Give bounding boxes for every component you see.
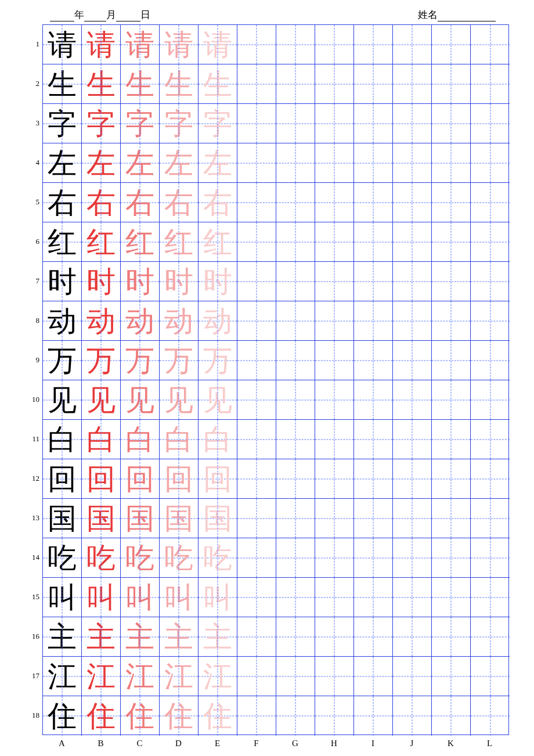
grid-cell[interactable]: [315, 538, 354, 578]
grid-cell[interactable]: [315, 262, 354, 301]
grid-cell[interactable]: [471, 64, 510, 104]
grid-cell[interactable]: [315, 578, 354, 617]
grid-cell[interactable]: [276, 657, 315, 696]
grid-cell[interactable]: [471, 499, 510, 538]
grid-cell[interactable]: [432, 104, 471, 143]
grid-cell[interactable]: [471, 341, 510, 380]
day-blank[interactable]: [116, 12, 140, 21]
grid-cell[interactable]: [276, 459, 315, 499]
grid-cell[interactable]: [432, 696, 471, 736]
grid-cell[interactable]: [432, 183, 471, 222]
grid-cell[interactable]: [237, 499, 276, 538]
grid-cell[interactable]: [393, 341, 432, 380]
grid-cell[interactable]: [393, 143, 432, 183]
grid-cell[interactable]: [276, 578, 315, 617]
grid-cell[interactable]: [315, 104, 354, 143]
grid-cell[interactable]: [354, 499, 393, 538]
grid-cell[interactable]: [354, 64, 393, 104]
grid-cell[interactable]: [393, 222, 432, 262]
grid-cell[interactable]: [276, 617, 315, 657]
grid-cell[interactable]: [237, 25, 276, 64]
grid-cell[interactable]: [237, 222, 276, 262]
grid-cell[interactable]: [276, 262, 315, 301]
grid-cell[interactable]: [471, 222, 510, 262]
grid-cell[interactable]: [393, 459, 432, 499]
grid-cell[interactable]: [237, 538, 276, 578]
grid-cell[interactable]: [354, 183, 393, 222]
grid-cell[interactable]: [471, 696, 510, 736]
grid-cell[interactable]: [237, 578, 276, 617]
grid-cell[interactable]: [276, 64, 315, 104]
grid-cell[interactable]: [354, 696, 393, 736]
grid-cell[interactable]: [237, 617, 276, 657]
grid-cell[interactable]: [471, 538, 510, 578]
grid-cell[interactable]: [276, 183, 315, 222]
grid-cell[interactable]: [237, 262, 276, 301]
grid-cell[interactable]: [393, 104, 432, 143]
grid-cell[interactable]: [315, 380, 354, 420]
grid-cell[interactable]: [393, 262, 432, 301]
grid-cell[interactable]: [432, 499, 471, 538]
grid-cell[interactable]: [432, 64, 471, 104]
grid-cell[interactable]: [354, 380, 393, 420]
grid-cell[interactable]: [393, 578, 432, 617]
grid-cell[interactable]: [354, 538, 393, 578]
grid-cell[interactable]: [393, 617, 432, 657]
grid-cell[interactable]: [393, 183, 432, 222]
grid-cell[interactable]: [237, 183, 276, 222]
grid-cell[interactable]: [276, 341, 315, 380]
grid-cell[interactable]: [393, 301, 432, 341]
grid-cell[interactable]: [315, 143, 354, 183]
grid-cell[interactable]: [471, 25, 510, 64]
grid-cell[interactable]: [354, 25, 393, 64]
grid-cell[interactable]: [471, 617, 510, 657]
grid-cell[interactable]: [432, 538, 471, 578]
grid-cell[interactable]: [393, 499, 432, 538]
grid-cell[interactable]: [315, 64, 354, 104]
grid-cell[interactable]: [315, 222, 354, 262]
grid-cell[interactable]: [393, 538, 432, 578]
grid-cell[interactable]: [276, 222, 315, 262]
grid-cell[interactable]: [276, 420, 315, 459]
grid-cell[interactable]: [471, 380, 510, 420]
grid-cell[interactable]: [315, 25, 354, 64]
grid-cell[interactable]: [276, 301, 315, 341]
grid-cell[interactable]: [471, 262, 510, 301]
grid-cell[interactable]: [432, 657, 471, 696]
year-blank[interactable]: [50, 12, 74, 21]
grid-cell[interactable]: [354, 143, 393, 183]
grid-cell[interactable]: [237, 459, 276, 499]
grid-cell[interactable]: [315, 459, 354, 499]
grid-cell[interactable]: [432, 380, 471, 420]
grid-cell[interactable]: [237, 657, 276, 696]
grid-cell[interactable]: [354, 104, 393, 143]
grid-cell[interactable]: [432, 262, 471, 301]
grid-cell[interactable]: [354, 459, 393, 499]
grid-cell[interactable]: [276, 25, 315, 64]
grid-cell[interactable]: [315, 341, 354, 380]
grid-cell[interactable]: [315, 499, 354, 538]
grid-cell[interactable]: [471, 459, 510, 499]
grid-cell[interactable]: [432, 143, 471, 183]
grid-cell[interactable]: [237, 301, 276, 341]
month-blank[interactable]: [84, 12, 106, 21]
grid-cell[interactable]: [237, 143, 276, 183]
grid-cell[interactable]: [432, 420, 471, 459]
grid-cell[interactable]: [237, 696, 276, 736]
grid-cell[interactable]: [354, 222, 393, 262]
grid-cell[interactable]: [354, 617, 393, 657]
grid-cell[interactable]: [471, 301, 510, 341]
grid-cell[interactable]: [315, 617, 354, 657]
grid-cell[interactable]: [471, 104, 510, 143]
grid-cell[interactable]: [354, 301, 393, 341]
grid-cell[interactable]: [432, 222, 471, 262]
grid-cell[interactable]: [315, 301, 354, 341]
grid-cell[interactable]: [393, 380, 432, 420]
grid-cell[interactable]: [432, 617, 471, 657]
grid-cell[interactable]: [393, 25, 432, 64]
grid-cell[interactable]: [471, 420, 510, 459]
grid-cell[interactable]: [354, 420, 393, 459]
grid-cell[interactable]: [237, 104, 276, 143]
grid-cell[interactable]: [471, 657, 510, 696]
grid-cell[interactable]: [393, 64, 432, 104]
